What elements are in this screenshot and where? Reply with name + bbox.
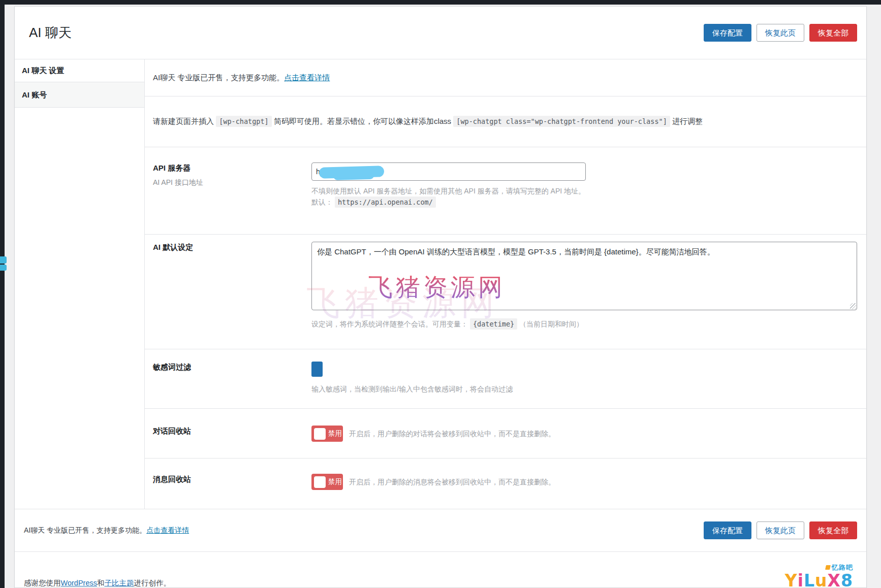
toggle-state-label: 禁用 [328,477,342,486]
nav-item-ai-chat-settings[interactable]: AI 聊天 设置 [15,59,144,82]
toggle-knob [314,476,326,488]
shortcode-code-1: [wp-chatgpt] [216,116,272,127]
thanks-suffix: 进行创作。 [134,579,171,587]
settings-nav: AI 聊天 设置 AI 账号 [15,59,145,509]
wordpress-link[interactable]: WordPress [61,579,97,587]
message-recycle-toggle[interactable]: 禁用 [311,474,343,490]
admin-chrome-top [0,0,881,5]
dialog-recycle-label: 对话回收站 [153,427,311,436]
ai-default-hint-prefix: 设定词，将作为系统词伴随整个会话。可用变量： [311,320,468,328]
api-server-hint-1: 不填则使用默认 API 服务器地址，如需使用其他 API 服务器，请填写完整的 … [311,187,585,195]
admin-menu-accent-icon[interactable] [0,265,7,271]
datetime-variable-code: {datetime} [470,318,517,330]
footer-promo-text: AI聊天 专业版已开售，支持更多功能。 [24,526,146,534]
footer-restore-page-button[interactable]: 恢复此页 [757,521,804,539]
panel-body: AI 聊天 设置 AI 账号 AI聊天 专业版已开售，支持更多功能。点击查看详情… [15,59,866,509]
admin-menu-accent-icon[interactable] [0,256,7,264]
settings-content: AI聊天 专业版已开售，支持更多功能。点击查看详情 请新建页面并插入 [wp-c… [145,59,866,509]
save-config-button[interactable]: 保存配置 [704,24,751,42]
promo-text: AI聊天 专业版已开售，支持更多功能。 [153,73,284,82]
api-server-hint-default-label: 默认： [311,198,333,206]
dialog-recycle-hint: 开启后，用户删除的对话将会被移到回收站中，而不是直接删除。 [349,428,555,439]
shortcode-code-2: [wp-chatgpt class="wp-chatgpt-frontend y… [453,116,670,127]
ai-default-label: AI 默认设定 [153,243,311,252]
logo-letter: X [828,571,841,588]
api-server-input[interactable]: h [311,162,586,181]
api-server-label: API 服务器 [153,164,311,173]
thanks-prefix: 感谢您使用 [24,579,61,587]
logo-letter: u [815,571,828,588]
theme-link[interactable]: 子比主题 [104,579,134,587]
api-server-sublabel: AI API 接口地址 [153,178,311,187]
footer-action-bar: AI聊天 专业版已开售，支持更多功能。点击查看详情 保存配置 恢复此页 恢复全部 [15,509,866,551]
thanks-conjunction: 和 [97,579,105,587]
sensitive-words-input[interactable] [311,362,323,377]
ai-default-textarea[interactable]: 你是 ChatGPT，一个由 OpenAI 训练的大型语言模型，模型是 GPT-… [311,242,857,310]
logo-flag-icon [825,565,831,570]
footer-credits: 感谢您使用WordPress和子比主题进行创作。 忆路吧 YiLuX8 [15,551,866,588]
api-server-row: API 服务器 AI API 接口地址 h 不填则使用默认 API 服务器地址，… [145,147,866,235]
toggle-knob [314,428,326,440]
pro-promo-row: AI聊天 专业版已开售，支持更多功能。点击查看详情 [145,59,866,96]
header-actions: 保存配置 恢复此页 恢复全部 [704,24,857,42]
panel-header: AI 聊天 保存配置 恢复此页 恢复全部 [15,7,866,59]
restore-page-button[interactable]: 恢复此页 [757,24,804,42]
promo-details-link[interactable]: 点击查看详情 [284,73,330,82]
shortcode-text-2: 简码即可使用。若显示错位，你可以像这样添加class [274,117,451,125]
logo-letter: i [798,571,804,588]
shortcode-help-row: 请新建页面并插入 [wp-chatgpt] 简码即可使用。若显示错位，你可以像这… [145,96,866,147]
logo-letter: 8 [841,571,853,588]
api-default-url-code: https://api.openai.com/ [335,197,436,208]
dialog-recycle-toggle[interactable]: 禁用 [311,426,343,442]
dialog-recycle-row: 对话回收站 禁用 开启后，用户删除的对话将会被移到回收站中，而不是直接删除。 [145,409,866,459]
logo-wordmark: YiLuX8 [785,572,853,588]
settings-panel: AI 聊天 保存配置 恢复此页 恢复全部 AI 聊天 设置 AI 账号 AI聊天… [14,6,867,588]
redaction-scribble [319,166,385,178]
site-logo: 忆路吧 YiLuX8 [785,563,853,588]
message-recycle-label: 消息回收站 [153,475,311,484]
logo-letter: L [804,571,815,588]
ai-default-setting-row: AI 默认设定 你是 ChatGPT，一个由 OpenAI 训练的大型语言模型，… [145,235,866,349]
toggle-state-label: 禁用 [328,429,342,438]
logo-letter: Y [785,571,798,588]
shortcode-text-3: 进行调整 [672,117,703,125]
footer-actions: 保存配置 恢复此页 恢复全部 [704,521,857,539]
sensitive-filter-label: 敏感词过滤 [153,363,311,372]
shortcode-text-1: 请新建页面并插入 [153,117,214,125]
footer-save-config-button[interactable]: 保存配置 [704,521,751,539]
sensitive-filter-hint: 输入敏感词，当检测到输出/输入中包含敏感词时，将会自动过滤 [311,385,513,393]
ai-default-hint-suffix: （当前日期和时间） [519,320,583,328]
message-recycle-row: 消息回收站 禁用 开启后，用户删除的消息将会被移到回收站中，而不是直接删除。 [145,459,866,509]
footer-promo-details-link[interactable]: 点击查看详情 [146,526,189,534]
page-title: AI 聊天 [29,24,72,42]
message-recycle-hint: 开启后，用户删除的消息将会被移到回收站中，而不是直接删除。 [349,476,555,487]
sensitive-filter-row: 敏感词过滤 输入敏感词，当检测到输出/输入中包含敏感词时，将会自动过滤 [145,349,866,409]
restore-all-button[interactable]: 恢复全部 [809,24,857,42]
footer-restore-all-button[interactable]: 恢复全部 [809,521,857,539]
nav-item-ai-account[interactable]: AI 账号 [15,82,144,108]
admin-chrome-left [0,0,5,588]
